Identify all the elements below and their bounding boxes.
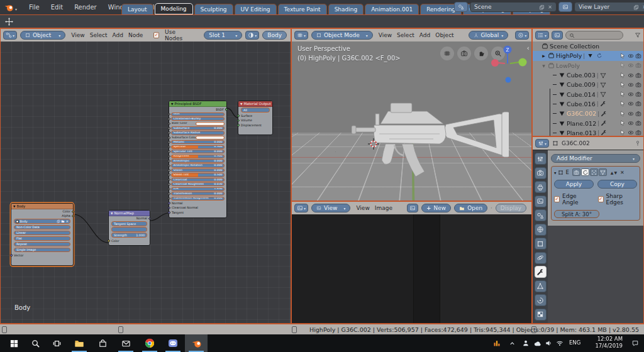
- output-target-dropdown[interactable]: All: [241, 107, 270, 113]
- editmode-toggle[interactable]: [590, 168, 598, 176]
- node-enum-field[interactable]: Single Image: [14, 248, 70, 253]
- color-swatch[interactable]: [196, 136, 225, 140]
- outliner-row[interactable]: ▶ HighPoly |: [533, 51, 643, 60]
- header-menu-item[interactable]: View: [376, 32, 394, 38]
- visibility-eye-icon[interactable]: [628, 111, 634, 117]
- editor-type-button[interactable]: [294, 31, 308, 40]
- render-toggle[interactable]: [572, 168, 580, 176]
- pin-icon[interactable]: [635, 140, 641, 146]
- properties-tab[interactable]: [535, 280, 547, 292]
- show-hidden-icons-button[interactable]: [507, 334, 517, 352]
- input-socket[interactable]: [168, 211, 170, 214]
- selectable-cursor-icon[interactable]: [619, 82, 626, 88]
- workspace-tab[interactable]: UV Editing: [235, 4, 277, 14]
- image-browse-button[interactable]: [407, 204, 418, 212]
- collapse-icon[interactable]: [171, 102, 173, 106]
- render-camera-icon[interactable]: [635, 129, 641, 136]
- node-slider[interactable]: Metallic0.000: [169, 140, 226, 145]
- input-socket[interactable]: [168, 192, 170, 195]
- new-view-layer-icon[interactable]: [633, 4, 639, 10]
- node-enum-field[interactable]: Repeat: [14, 242, 70, 247]
- node-slider[interactable]: Christensen-Burley: [169, 116, 226, 121]
- workspace-tab[interactable]: Animation.001: [365, 4, 419, 14]
- node-principled-bsdf[interactable]: Principled BSDF BSDF GGX Christensen-Bur: [169, 101, 227, 218]
- unlink-icon[interactable]: ✕: [66, 219, 69, 223]
- collapse-icon[interactable]: [554, 169, 556, 175]
- filter-funnel-icon[interactable]: [635, 32, 641, 38]
- collapse-icon[interactable]: [111, 211, 113, 215]
- material-browse-button[interactable]: [245, 31, 259, 40]
- workspace-tab[interactable]: Sculpting: [194, 4, 233, 14]
- header-menu-item[interactable]: Select: [87, 32, 110, 38]
- output-socket[interactable]: [148, 217, 151, 220]
- toggle-perspective-button[interactable]: [440, 47, 454, 60]
- pivot-point-button[interactable]: [515, 31, 529, 40]
- modifier-name-field[interactable]: E: [565, 169, 569, 175]
- header-menu-item[interactable]: Add: [109, 32, 125, 38]
- node-slider[interactable]: Transmission0.000: [169, 191, 226, 195]
- strength-slider[interactable]: Strength1.000: [111, 233, 147, 238]
- network-wifi-icon[interactable]: [555, 334, 565, 352]
- outliner-row[interactable]: Plane.012 |: [533, 118, 643, 128]
- editor-type-button[interactable]: [535, 139, 549, 148]
- visibility-eye-icon[interactable]: [628, 72, 634, 79]
- render-camera-icon[interactable]: [635, 120, 641, 126]
- view-layer-icon-button[interactable]: [558, 2, 572, 12]
- edge-angle-checkbox[interactable]: [554, 196, 560, 202]
- search-button[interactable]: [24, 334, 47, 352]
- scene-icon-button[interactable]: [454, 2, 468, 12]
- node-normal-map[interactable]: NormalMap Normal Tangent Space Strength1…: [108, 210, 150, 246]
- mail-icon[interactable]: [114, 334, 137, 352]
- view-layer-selector[interactable]: View Layer: [574, 2, 644, 12]
- header-menu-item[interactable]: Object: [433, 32, 456, 38]
- properties-tab[interactable]: [535, 252, 547, 264]
- header-menu-item[interactable]: Select: [394, 32, 417, 38]
- selectable-cursor-icon[interactable]: [619, 111, 626, 117]
- new-image-button[interactable]: New: [421, 204, 451, 212]
- render-camera-icon[interactable]: [635, 72, 641, 79]
- selectable-cursor-icon[interactable]: [619, 120, 626, 126]
- open-image-icon[interactable]: [61, 219, 65, 223]
- copy-button[interactable]: Copy: [597, 180, 637, 189]
- selectable-cursor-icon[interactable]: [619, 91, 626, 97]
- input-socket[interactable]: [168, 183, 170, 185]
- sidebar-toggle-icon[interactable]: [527, 44, 530, 52]
- node-header[interactable]: Principled BSDF: [169, 101, 226, 107]
- node-slider[interactable]: Subsurface Color: [169, 135, 226, 140]
- properties-tab[interactable]: [535, 309, 547, 321]
- visibility-eye-icon[interactable]: [628, 129, 634, 136]
- header-menu-item[interactable]: Add: [417, 32, 433, 38]
- input-socket[interactable]: [168, 118, 170, 120]
- scene-selector[interactable]: Scene: [470, 2, 557, 12]
- input-socket[interactable]: [168, 197, 170, 200]
- discord-icon[interactable]: [162, 334, 184, 352]
- pin-icon[interactable]: [491, 205, 492, 211]
- visibility-eye-icon[interactable]: [628, 91, 634, 97]
- microsoft-store-icon[interactable]: [91, 334, 114, 352]
- outliner-row[interactable]: Cube.016 |: [533, 99, 643, 109]
- move-tool-icon[interactable]: [5, 18, 13, 26]
- filter-view-button[interactable]: [552, 31, 563, 40]
- color-swatch[interactable]: [196, 122, 225, 126]
- language-indicator[interactable]: ENG: [569, 339, 580, 346]
- properties-tab[interactable]: [535, 167, 547, 179]
- node-slider[interactable]: IOR1.450: [169, 187, 226, 191]
- node-slider[interactable]: Sheen Tint0.500: [169, 173, 226, 177]
- output-socket[interactable]: [72, 215, 74, 217]
- selectable-cursor-icon[interactable]: [619, 129, 626, 136]
- properties-tab[interactable]: [535, 224, 547, 236]
- shader-type-dropdown[interactable]: Object: [20, 31, 65, 40]
- input-socket[interactable]: [168, 155, 170, 158]
- render-camera-icon[interactable]: [635, 111, 641, 117]
- axis-gizmo[interactable]: Z: [484, 43, 531, 87]
- area-handle[interactable]: [2, 326, 7, 333]
- output-socket[interactable]: [72, 211, 74, 213]
- volume-icon[interactable]: [543, 334, 553, 352]
- node-slider[interactable]: Transmission Roughness0.000: [169, 196, 226, 201]
- blender-menu-button[interactable]: [4, 1, 17, 13]
- input-socket[interactable]: [10, 255, 13, 257]
- material-name-field[interactable]: Body: [262, 31, 287, 40]
- properties-tab[interactable]: [535, 209, 547, 221]
- outliner-search-input[interactable]: [565, 31, 623, 40]
- input-socket[interactable]: [168, 165, 170, 167]
